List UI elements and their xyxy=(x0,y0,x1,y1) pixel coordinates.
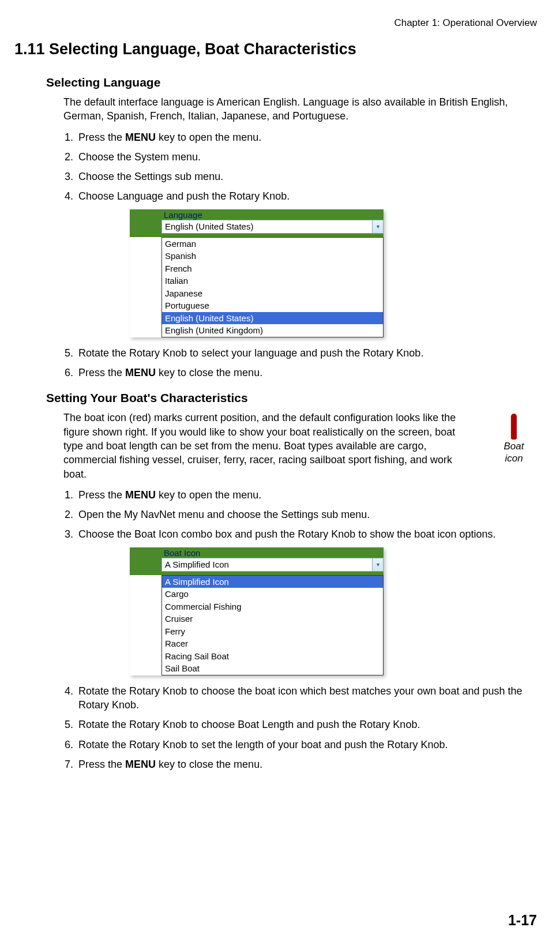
list-item[interactable]: English (United States) xyxy=(162,312,383,325)
list-item[interactable]: Racing Sail Boat xyxy=(162,650,383,663)
list-item[interactable]: Racer xyxy=(162,637,383,650)
step: Choose the System menu. xyxy=(76,150,537,164)
boat-steps-cont: Rotate the Rotary Knob to choose the boa… xyxy=(63,684,537,771)
step: Choose Language and push the Rotary Knob… xyxy=(76,189,537,203)
step: Choose the Settings sub menu. xyxy=(76,170,537,183)
language-steps-cont: Rotate the Rotary Knob to select your la… xyxy=(63,346,537,380)
boat-icon xyxy=(511,414,517,440)
step-text: key to open the menu. xyxy=(156,489,261,501)
intro-paragraph-2: The boat icon (red) marks current positi… xyxy=(63,411,467,480)
language-combo[interactable]: English (United States) ▾ xyxy=(161,220,384,234)
field-label-boat-icon: Boat Icon xyxy=(161,547,384,558)
subsection-selecting-language: Selecting Language xyxy=(46,76,537,89)
page-number: 1-17 xyxy=(508,912,537,929)
chevron-down-icon[interactable]: ▾ xyxy=(372,558,383,571)
menu-key-label: MENU xyxy=(125,132,156,143)
boat-icon-figure: Boat icon xyxy=(497,414,531,464)
language-steps: Press the MENU key to open the menu. Cho… xyxy=(63,130,537,204)
step: Press the MENU key to close the menu. xyxy=(76,757,537,771)
field-label-language: Language xyxy=(161,209,384,220)
step: Rotate the Rotary Knob to choose Boat Le… xyxy=(76,718,537,731)
step: Open the My NavNet menu and choose the S… xyxy=(76,508,537,521)
list-item[interactable]: French xyxy=(162,262,383,275)
subsection-boat-characteristics: Setting Your Boat's Characteristics xyxy=(46,391,537,405)
list-item[interactable]: German xyxy=(162,238,383,250)
boat-icon-caption: Boat icon xyxy=(497,441,531,464)
step: Rotate the Rotary Knob to choose the boa… xyxy=(76,684,537,712)
step: Press the MENU key to open the menu. xyxy=(76,130,537,144)
list-item[interactable]: Spanish xyxy=(162,250,383,262)
step: Choose the Boat Icon combo box and push … xyxy=(76,527,537,541)
boat-steps: Press the MENU key to open the menu. Ope… xyxy=(63,488,537,542)
list-item[interactable]: Portuguese xyxy=(162,299,383,312)
menu-key-label: MENU xyxy=(125,367,156,378)
list-item[interactable]: Cargo xyxy=(162,588,383,600)
step-text: key to open the menu. xyxy=(156,132,261,143)
list-item[interactable]: A Simplified Icon xyxy=(162,576,383,588)
list-item[interactable]: Japanese xyxy=(162,287,383,300)
boat-icon-option-list[interactable]: A Simplified Icon Cargo Commercial Fishi… xyxy=(161,575,384,675)
step: Press the MENU key to open the menu. xyxy=(76,488,537,502)
list-item[interactable]: Italian xyxy=(162,275,383,287)
chevron-down-icon[interactable]: ▾ xyxy=(372,220,383,233)
section-title: 1.11 Selecting Language, Boat Characteri… xyxy=(14,40,537,58)
step-text: Press the xyxy=(78,367,125,378)
language-dropdown-screenshot: Language English (United States) ▾ Germa… xyxy=(130,209,384,337)
combo-selected-text: English (United States) xyxy=(162,222,372,231)
step-text: Press the xyxy=(78,132,125,143)
boat-icon-dropdown-screenshot: Boat Icon A Simplified Icon ▾ A Simplifi… xyxy=(130,547,384,675)
step: Rotate the Rotary Knob to set the length… xyxy=(76,738,537,752)
step-text: key to close the menu. xyxy=(156,367,262,378)
step: Rotate the Rotary Knob to select your la… xyxy=(76,346,537,360)
combo-selected-text: A Simplified Icon xyxy=(162,560,372,569)
boat-icon-combo[interactable]: A Simplified Icon ▾ xyxy=(161,558,384,572)
chapter-header: Chapter 1: Operational Overview xyxy=(14,17,537,29)
list-item[interactable]: English (United Kingdom) xyxy=(162,324,383,337)
menu-key-label: MENU xyxy=(125,489,156,501)
step-text: key to close the menu. xyxy=(156,759,262,770)
step-text: Press the xyxy=(78,489,125,501)
list-item[interactable]: Cruiser xyxy=(162,613,383,625)
menu-key-label: MENU xyxy=(125,759,156,770)
list-item[interactable]: Ferry xyxy=(162,625,383,638)
list-item[interactable]: Sail Boat xyxy=(162,662,383,675)
intro-paragraph-1: The default interface language is Americ… xyxy=(63,95,537,123)
language-option-list[interactable]: German Spanish French Italian Japanese P… xyxy=(161,237,384,337)
step-text: Press the xyxy=(78,759,125,770)
list-item[interactable]: Commercial Fishing xyxy=(162,600,383,613)
step: Press the MENU key to close the menu. xyxy=(76,366,537,380)
